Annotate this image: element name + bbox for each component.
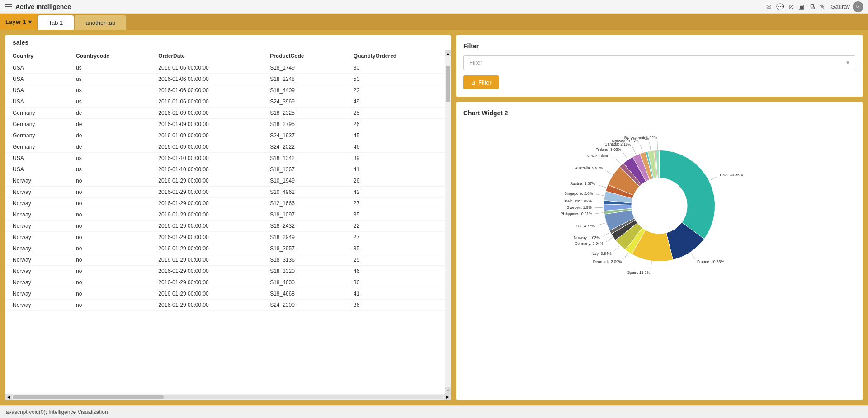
chart-label: France: 10.53%: [697, 259, 725, 264]
chart-label: USA: 33.85%: [720, 173, 743, 177]
scroll-down-arrow[interactable]: ▼: [445, 387, 451, 394]
table-cell: USA: [5, 153, 69, 164]
table-cell: de: [69, 130, 151, 141]
table-cell: 22: [346, 221, 445, 232]
layer-button[interactable]: Layer 1 ▾: [0, 14, 37, 30]
table-row: Norwayno2016-01-29 00:00:00S12_166627: [5, 198, 445, 209]
chart-label: Denmark: 2.09%: [593, 259, 622, 264]
table-cell: 2016-01-29 00:00:00: [151, 288, 263, 300]
table-cell: 2016-01-29 00:00:00: [151, 243, 263, 254]
layout-icon[interactable]: ▣: [798, 3, 804, 10]
status-text: javascript:void(0); Intelligence Visuali…: [5, 409, 108, 415]
table-cell: Germany: [5, 108, 69, 119]
data-table: Country Countrycode OrderDate ProductCod…: [5, 50, 445, 311]
print-icon[interactable]: 🖶: [809, 3, 815, 10]
chart-label: Austria: 1.87%: [570, 181, 595, 186]
table-row: Norwayno2016-01-29 00:00:00S18_243222: [5, 221, 445, 232]
mail-icon[interactable]: ✉: [766, 3, 772, 10]
comment-icon[interactable]: 💬: [776, 3, 784, 10]
table-cell: 2016-01-29 00:00:00: [151, 266, 263, 277]
table-cell: 2016-01-29 00:00:00: [151, 300, 263, 311]
chart-label: Switzerland: 1.02%: [624, 136, 657, 140]
table-cell: 2016-01-29 00:00:00: [151, 175, 263, 187]
table-cell: no: [69, 175, 151, 187]
table-cell: Norway: [5, 187, 69, 198]
table-title: sales: [5, 35, 451, 50]
chart-label-line: [596, 194, 604, 196]
table-cell: Norway: [5, 221, 69, 232]
chart-label-line: [691, 253, 695, 259]
table-cell: 25: [346, 108, 445, 119]
table-row: Germanyde2016-01-09 00:00:00S24_193745: [5, 130, 445, 141]
table-cell: Norway: [5, 232, 69, 243]
scroll-right-arrow[interactable]: ▶: [444, 394, 451, 400]
table-cell: 26: [346, 175, 445, 187]
table-cell: Norway: [5, 198, 69, 209]
chart-label: Singapore: 2.6%: [564, 191, 593, 196]
table-cell: no: [69, 266, 151, 277]
h-scroll-thumb: [13, 395, 164, 399]
table-cell: S18_4668: [263, 288, 346, 300]
chart-label-line: [710, 177, 717, 180]
table-cell: S10_4962: [263, 187, 346, 198]
toolbar-icons: ✉ 💬 ⊘ ▣ 🖶 ✎: [766, 3, 825, 10]
table-cell: S18_2795: [263, 119, 346, 130]
table-cell: 36: [346, 300, 445, 311]
filter-button[interactable]: ⊿ Filter: [463, 75, 499, 89]
table-cell: USA: [5, 62, 69, 74]
table-cell: 39: [346, 153, 445, 164]
table-row: Norwayno2016-01-29 00:00:00S18_332046: [5, 266, 445, 277]
scroll-left-arrow[interactable]: ◀: [5, 394, 12, 400]
table-cell: no: [69, 288, 151, 300]
vertical-scrollbar[interactable]: ▲ ▼: [445, 50, 451, 394]
table-cell: Norway: [5, 254, 69, 266]
table-cell: 46: [346, 266, 445, 277]
hamburger-menu[interactable]: [5, 4, 12, 9]
table-row: USAus2016-01-06 00:00:00S18_174930: [5, 62, 445, 74]
filter-icon[interactable]: ⊘: [788, 3, 794, 10]
table-wrapper[interactable]: Country Countrycode OrderDate ProductCod…: [5, 50, 451, 394]
table-row: USAus2016-01-06 00:00:00S18_440922: [5, 85, 445, 96]
table-cell: USA: [5, 164, 69, 175]
table-cell: no: [69, 300, 151, 311]
status-bar: javascript:void(0); Intelligence Visuali…: [0, 405, 868, 418]
table-cell: 2016-01-09 00:00:00: [151, 108, 263, 119]
chart-label: New Zealand:...: [586, 154, 613, 158]
table-cell: S18_1367: [263, 164, 346, 175]
table-cell: S18_2325: [263, 108, 346, 119]
scroll-up-arrow[interactable]: ▲: [445, 50, 451, 56]
table-cell: S24_2022: [263, 141, 346, 153]
table-cell: 2016-01-10 00:00:00: [151, 164, 263, 175]
table-cell: 26: [346, 119, 445, 130]
chart-label-line: [614, 246, 619, 251]
user-name: Gaurav: [830, 3, 850, 10]
chart-label-line: [606, 238, 613, 242]
scroll-thumb[interactable]: [446, 66, 450, 102]
table-cell: S18_1097: [263, 209, 346, 221]
table-cell: 2016-01-29 00:00:00: [151, 187, 263, 198]
table-cell: de: [69, 108, 151, 119]
table-cell: Norway: [5, 266, 69, 277]
table-cell: Norway: [5, 300, 69, 311]
table-cell: 35: [346, 209, 445, 221]
tab-2[interactable]: another tab: [75, 15, 126, 30]
table-cell: 30: [346, 62, 445, 74]
table-cell: Norway: [5, 209, 69, 221]
horizontal-scrollbar[interactable]: ◀ ▶: [5, 394, 451, 400]
chart-label-line: [595, 213, 603, 214]
filter-dropdown[interactable]: Filter ▾: [463, 55, 855, 70]
table-cell: us: [69, 85, 151, 96]
table-cell: no: [69, 198, 151, 209]
chart-label-line: [603, 233, 610, 236]
edit-icon[interactable]: ✎: [820, 3, 825, 10]
table-cell: no: [69, 232, 151, 243]
tab-1-label: Tab 1: [49, 19, 63, 26]
tab-1[interactable]: Tab 1: [38, 15, 74, 30]
table-cell: S12_1666: [263, 198, 346, 209]
table-cell: S18_2248: [263, 74, 346, 85]
table-cell: 2016-01-09 00:00:00: [151, 119, 263, 130]
table-cell: 27: [346, 232, 445, 243]
table-cell: S18_2957: [263, 243, 346, 254]
filter-chevron-icon: ▾: [846, 59, 849, 66]
table-cell: us: [69, 74, 151, 85]
